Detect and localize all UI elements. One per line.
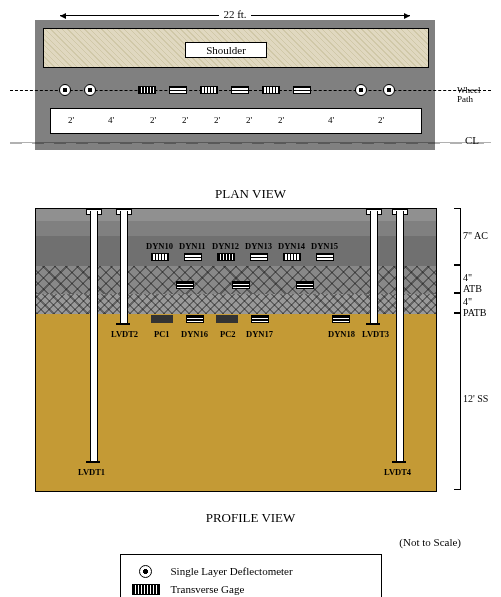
lvdt-label: LVDT4 bbox=[384, 467, 411, 477]
pc-label: PC2 bbox=[220, 329, 236, 339]
legend: Single Layer Deflectometer Transverse Ga… bbox=[120, 554, 382, 597]
longitudinal-gage-icon bbox=[176, 281, 194, 289]
longitudinal-gage-icon bbox=[316, 253, 334, 261]
legend-label: Single Layer Deflectometer bbox=[171, 565, 293, 577]
longitudinal-gage-icon bbox=[184, 253, 202, 261]
dyn-label: DYN18 bbox=[328, 329, 355, 339]
layer-dim: 4" PATB bbox=[463, 296, 497, 318]
dyn-label: DYN12 bbox=[212, 241, 239, 251]
dyn-label: DYN10 bbox=[146, 241, 173, 251]
profile-outline: DYN10 DYN11 DYN12 DYN13 DYN14 DYN15 LVDT… bbox=[35, 208, 437, 492]
legend-label: Transverse Gage bbox=[171, 583, 245, 595]
transverse-gage-icon bbox=[151, 253, 169, 261]
transverse-gage-icon bbox=[262, 86, 280, 94]
longitudinal-gage-icon bbox=[332, 315, 350, 323]
longitudinal-gage-icon bbox=[296, 281, 314, 289]
transverse-gage-icon bbox=[217, 253, 235, 261]
pressure-cell-icon bbox=[216, 315, 238, 323]
top-dimension: 22 ft. bbox=[60, 8, 410, 20]
dim-seg: 2' bbox=[214, 115, 220, 125]
dyn-label: DYN14 bbox=[278, 241, 305, 251]
dyn-label: DYN13 bbox=[245, 241, 272, 251]
not-to-scale: (Not to Scale) bbox=[10, 536, 461, 548]
longitudinal-gage-icon bbox=[250, 253, 268, 261]
legend-row: Single Layer Deflectometer bbox=[131, 563, 371, 579]
shoulder-label: Shoulder bbox=[185, 42, 267, 58]
dimension-strip bbox=[50, 108, 422, 134]
top-dimension-text: 22 ft. bbox=[219, 8, 250, 20]
layer-dim: 7" AC bbox=[463, 230, 491, 241]
transverse-gage-icon bbox=[138, 86, 156, 94]
profile-view: DYN10 DYN11 DYN12 DYN13 DYN14 DYN15 LVDT… bbox=[10, 208, 491, 504]
transverse-gage-icon bbox=[200, 86, 218, 94]
profile-view-title: PROFILE VIEW bbox=[10, 510, 491, 526]
lvdt-foot-icon bbox=[116, 323, 130, 325]
deflectometer-icon bbox=[355, 84, 367, 96]
wheel-path-label: Wheel Path bbox=[457, 86, 489, 104]
lvdt-pipe-icon bbox=[396, 211, 404, 461]
dim-seg: 2' bbox=[68, 115, 74, 125]
lvdt-pipe-icon bbox=[370, 211, 378, 323]
deflectometer-icon bbox=[84, 84, 96, 96]
lvdt-label: LVDT2 bbox=[111, 329, 138, 339]
dim-seg: 2' bbox=[278, 115, 284, 125]
dim-seg: 4' bbox=[328, 115, 334, 125]
legend-row: Transverse Gage bbox=[131, 581, 371, 597]
longitudinal-gage-icon bbox=[293, 86, 311, 94]
deflectometer-icon bbox=[383, 84, 395, 96]
transverse-gage-icon bbox=[131, 583, 161, 595]
wheel-path-line bbox=[10, 90, 491, 91]
dim-seg: 2' bbox=[150, 115, 156, 125]
longitudinal-gage-icon bbox=[186, 315, 204, 323]
pc-label: PC1 bbox=[154, 329, 170, 339]
dim-seg: 2' bbox=[182, 115, 188, 125]
longitudinal-gage-icon bbox=[251, 315, 269, 323]
layer-dim: 12' SS bbox=[463, 393, 491, 404]
lvdt-label: LVDT1 bbox=[78, 467, 105, 477]
dyn-label: DYN11 bbox=[179, 241, 205, 251]
plan-view-title: PLAN VIEW bbox=[10, 186, 491, 202]
pressure-cell-icon bbox=[151, 315, 173, 323]
dim-seg: 4' bbox=[108, 115, 114, 125]
centerline bbox=[10, 142, 491, 144]
dyn-label: DYN16 bbox=[181, 329, 208, 339]
longitudinal-gage-icon bbox=[231, 86, 249, 94]
dim-seg: 2' bbox=[378, 115, 384, 125]
lvdt-label: LVDT3 bbox=[362, 329, 389, 339]
lvdt-foot-icon bbox=[86, 461, 100, 463]
dyn-label: DYN17 bbox=[246, 329, 273, 339]
layer-dim: 4" ATB bbox=[463, 272, 491, 294]
deflectometer-icon bbox=[131, 565, 161, 577]
plan-view: 22 ft. Shoulder Wheel Path CL 2' 4' 2' 2… bbox=[10, 10, 491, 180]
longitudinal-gage-icon bbox=[232, 281, 250, 289]
lvdt-pipe-icon bbox=[90, 211, 98, 461]
deflectometer-icon bbox=[59, 84, 71, 96]
longitudinal-gage-icon bbox=[169, 86, 187, 94]
dim-bracket bbox=[454, 293, 461, 313]
lvdt-foot-icon bbox=[392, 461, 406, 463]
dim-bracket bbox=[454, 208, 461, 265]
dim-bracket bbox=[454, 265, 461, 293]
dim-bracket bbox=[454, 313, 461, 490]
cl-label: CL bbox=[465, 134, 479, 146]
dyn-label: DYN15 bbox=[311, 241, 338, 251]
lvdt-pipe-icon bbox=[120, 211, 128, 323]
lvdt-foot-icon bbox=[366, 323, 380, 325]
transverse-gage-icon bbox=[283, 253, 301, 261]
dim-seg: 2' bbox=[246, 115, 252, 125]
